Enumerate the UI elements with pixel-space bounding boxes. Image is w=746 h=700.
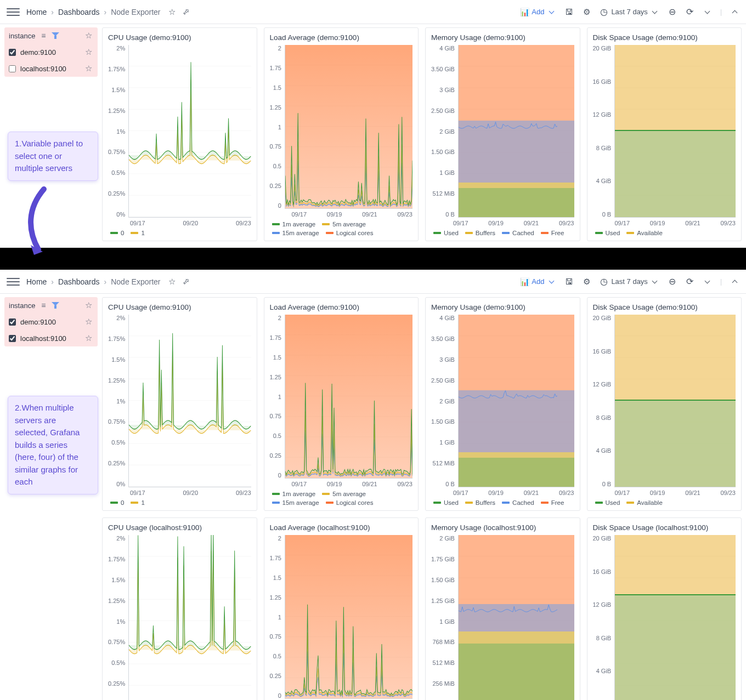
menu-icon[interactable]	[7, 5, 20, 19]
panel-mem[interactable]: Memory Usage (localhost:9100) 2 GiB1.75 …	[425, 517, 580, 700]
panel-mem[interactable]: Memory Usage (demo:9100) 4 GiB3.50 GiB3 …	[425, 297, 580, 511]
star-icon[interactable]	[83, 31, 93, 41]
refresh-interval-chevron[interactable]	[703, 7, 713, 17]
refresh-icon[interactable]	[685, 277, 695, 287]
plot-area[interactable]	[285, 315, 412, 479]
legend-item[interactable]: Used	[433, 499, 459, 506]
legend-item[interactable]: Used	[433, 230, 459, 236]
legend-item[interactable]: Used	[595, 230, 620, 236]
legend-item[interactable]: Buffers	[465, 230, 495, 236]
star-icon[interactable]	[83, 64, 93, 73]
legend-item[interactable]: Available	[626, 499, 662, 506]
settings-icon[interactable]	[581, 7, 591, 17]
star-icon[interactable]	[83, 300, 93, 310]
star-icon[interactable]	[167, 7, 177, 17]
menu-icon[interactable]	[7, 275, 20, 288]
legend-item[interactable]: Buffers	[465, 499, 495, 506]
add-button[interactable]: 📊 Add	[520, 7, 556, 17]
star-icon[interactable]	[83, 47, 93, 57]
panels-grid: CPU Usage (demo:9100) 2%1.75%1.5%1.25%1%…	[102, 24, 746, 248]
zoom-out-icon[interactable]	[668, 277, 677, 287]
star-icon[interactable]	[83, 317, 93, 327]
variable-option[interactable]: demo:9100	[4, 44, 98, 60]
legend-item[interactable]: Available	[626, 230, 662, 236]
refresh-icon[interactable]	[685, 7, 695, 17]
variable-checkbox[interactable]	[9, 49, 16, 56]
list-icon[interactable]	[38, 300, 48, 310]
plot-area[interactable]	[128, 535, 251, 700]
panel-cpu[interactable]: CPU Usage (localhost:9100) 2%1.75%1.5%1.…	[102, 517, 257, 700]
legend-item[interactable]: Cached	[502, 499, 534, 506]
time-range-button[interactable]: Last 7 days	[599, 7, 660, 17]
legend-item[interactable]: 15m average	[272, 230, 319, 236]
filter-icon[interactable]	[52, 302, 59, 309]
filter-icon[interactable]	[52, 32, 59, 39]
x-axis: 09/1709/1909/2109/23	[431, 218, 574, 227]
add-panel-icon: 📊	[520, 277, 529, 286]
panel-cpu[interactable]: CPU Usage (demo:9100) 2%1.75%1.5%1.25%1%…	[102, 27, 257, 241]
legend-item[interactable]: Logical cores	[326, 230, 374, 236]
time-range-button[interactable]: Last 7 days	[599, 277, 660, 287]
share-icon[interactable]	[181, 277, 191, 287]
legend: 01	[108, 497, 251, 506]
toolbar: Home › Dashboards › Node Exporter 📊 Add …	[0, 270, 746, 294]
star-icon[interactable]	[83, 333, 93, 343]
panel-disk[interactable]: Disk Space Usage (localhost:9100) 20 GiB…	[587, 517, 742, 700]
legend-item[interactable]: 5m average	[322, 491, 366, 497]
legend-item[interactable]: 1	[131, 499, 144, 506]
variable-option[interactable]: localhost:9100	[4, 330, 98, 346]
panel-disk[interactable]: Disk Space Usage (demo:9100) 20 GiB16 Gi…	[587, 297, 742, 511]
legend-item[interactable]: Used	[595, 499, 620, 506]
legend-item[interactable]: 15m average	[272, 499, 319, 506]
breadcrumb-home[interactable]: Home	[26, 8, 47, 16]
panel-title: Memory Usage (demo:9100)	[431, 33, 574, 42]
panel-load[interactable]: Load Average (demo:9100) 21.751.51.2510.…	[264, 27, 419, 241]
legend-item[interactable]: 0	[110, 230, 124, 236]
breadcrumb-dashboards[interactable]: Dashboards	[58, 277, 100, 286]
legend-item[interactable]: 5m average	[322, 221, 366, 227]
zoom-out-icon[interactable]	[668, 7, 677, 17]
plot-area[interactable]	[458, 45, 574, 218]
variable-checkbox[interactable]	[9, 65, 16, 72]
plot-area[interactable]	[128, 315, 251, 487]
collapse-icon[interactable]	[730, 277, 739, 287]
x-axis: 09/1709/2009/23	[108, 218, 251, 227]
plot-area[interactable]	[614, 315, 736, 487]
list-icon[interactable]	[38, 31, 48, 41]
panel-load[interactable]: Load Average (demo:9100) 21.751.51.2510.…	[264, 297, 419, 511]
save-icon[interactable]	[564, 277, 574, 287]
plot-area[interactable]	[458, 315, 574, 487]
variable-option[interactable]: demo:9100	[4, 314, 98, 330]
panel-cpu[interactable]: CPU Usage (demo:9100) 2%1.75%1.5%1.25%1%…	[102, 297, 257, 511]
panels-grid: CPU Usage (demo:9100) 2%1.75%1.5%1.25%1%…	[102, 294, 746, 700]
breadcrumb-home[interactable]: Home	[26, 277, 47, 286]
legend-item[interactable]: Free	[541, 499, 564, 506]
plot-area[interactable]	[458, 535, 574, 700]
legend-item[interactable]: 1	[131, 230, 144, 236]
panel-mem[interactable]: Memory Usage (demo:9100) 4 GiB3.50 GiB3 …	[425, 27, 580, 241]
plot-area[interactable]	[614, 45, 736, 218]
share-icon[interactable]	[181, 7, 191, 17]
legend-item[interactable]: Logical cores	[326, 499, 374, 506]
plot-area[interactable]	[128, 45, 251, 218]
panel-disk[interactable]: Disk Space Usage (demo:9100) 20 GiB16 Gi…	[587, 27, 742, 241]
legend-item[interactable]: 0	[110, 499, 124, 506]
star-icon[interactable]	[167, 277, 177, 287]
panel-load[interactable]: Load Average (localhost:9100) 21.751.51.…	[264, 517, 419, 700]
plot-area[interactable]	[285, 535, 412, 699]
variable-checkbox[interactable]	[9, 318, 16, 326]
refresh-interval-chevron[interactable]	[703, 277, 713, 287]
save-icon[interactable]	[564, 7, 574, 17]
plot-area[interactable]	[614, 535, 736, 700]
legend-item[interactable]: Cached	[502, 230, 534, 236]
variable-checkbox[interactable]	[9, 335, 16, 342]
plot-area[interactable]	[285, 45, 412, 209]
collapse-icon[interactable]	[730, 7, 739, 17]
legend-item[interactable]: 1m average	[272, 221, 316, 227]
add-button[interactable]: 📊 Add	[520, 277, 556, 287]
variable-option[interactable]: localhost:9100	[4, 60, 98, 77]
settings-icon[interactable]	[581, 277, 591, 287]
legend-item[interactable]: 1m average	[272, 491, 316, 497]
breadcrumb-dashboards[interactable]: Dashboards	[58, 8, 100, 16]
legend-item[interactable]: Free	[541, 230, 564, 236]
